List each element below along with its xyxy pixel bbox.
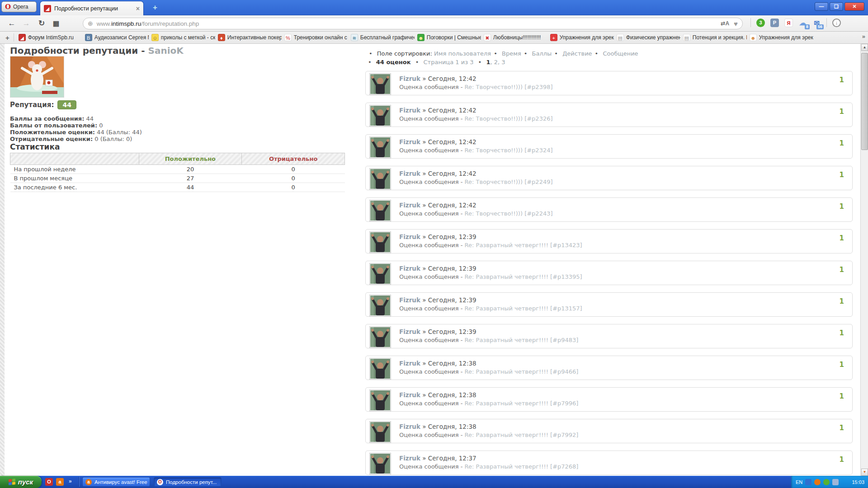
extension-green-icon[interactable]: 3	[756, 19, 765, 27]
window-minimize-button[interactable]: —	[815, 2, 828, 11]
entry-post-ref-link[interactable]: [#p9483]	[550, 337, 578, 343]
user-avatar-image[interactable]	[369, 168, 391, 190]
entry-topic-link[interactable]: Re: Развратный четверг!!!!	[465, 432, 550, 438]
entry-username-link[interactable]: Fizruk	[399, 455, 420, 462]
entry-topic-link[interactable]: Re: Развратный четверг!!!!	[465, 463, 550, 470]
entry-post-ref-link[interactable]: [#p13423]	[550, 242, 582, 249]
bookmark-item[interactable]: ▤ Физические упражнен	[617, 34, 680, 41]
entry-username-link[interactable]: Fizruk	[399, 296, 420, 304]
user-avatar-image[interactable]	[369, 453, 391, 474]
user-avatar-image[interactable]	[369, 326, 391, 348]
bookmark-item[interactable]: ☻ Поговорки | Смешные	[417, 34, 481, 41]
entry-topic-link[interactable]: Re: Творчество!!)))	[465, 210, 525, 217]
extension-p-icon[interactable]: Р	[770, 19, 779, 27]
taskbar-button-opera[interactable]: O Подробности репут...	[154, 477, 222, 487]
entry-username-link[interactable]: Fizruk	[399, 75, 420, 82]
entry-username-link[interactable]: Fizruk	[399, 107, 420, 114]
entry-topic-link[interactable]: Re: Развратный четверг!!!!	[465, 273, 550, 280]
user-avatar-image[interactable]	[369, 200, 391, 221]
entry-post-ref-link[interactable]: [#p2326]	[524, 115, 552, 122]
sort-option-points[interactable]: Баллы	[532, 50, 552, 57]
bookmark-item[interactable]: % Тренировки онлайн с с	[284, 34, 348, 41]
user-avatar-image[interactable]	[369, 389, 391, 411]
sort-option-action[interactable]: Действие	[562, 50, 592, 57]
entry-username-link[interactable]: Fizruk	[399, 170, 420, 177]
opera-menu-button[interactable]: O Opera	[1, 1, 37, 12]
quick-launch-icon[interactable]: a	[56, 478, 64, 486]
window-close-button[interactable]: ✕	[844, 2, 864, 11]
user-avatar-image[interactable]	[369, 295, 391, 316]
tab-close-icon[interactable]: ×	[136, 5, 140, 12]
keyboard-tray-icon[interactable]	[805, 479, 811, 485]
quick-launch-icon[interactable]: O	[45, 478, 53, 486]
back-icon[interactable]: ←	[6, 18, 17, 29]
entry-post-ref-link[interactable]: [#p9466]	[550, 368, 578, 375]
window-restore-button[interactable]: ❑	[830, 2, 843, 11]
entry-post-ref-link[interactable]: [#p2249]	[524, 178, 552, 185]
bookmark-item[interactable]: ☺ приколы с меткой - ск	[151, 34, 215, 41]
text-zoom-icon[interactable]: ⇄A	[721, 20, 729, 27]
mail-icon[interactable]: ✉56	[812, 19, 821, 27]
entry-username-link[interactable]: Fizruk	[399, 233, 420, 240]
entry-post-ref-link[interactable]: [#p7268]	[550, 463, 578, 470]
scroll-up-button[interactable]: ▲	[861, 44, 868, 51]
scrollbar-thumb[interactable]	[861, 53, 868, 150]
scroll-down-button[interactable]: ▼	[861, 469, 868, 476]
agent-tray-icon[interactable]	[823, 479, 830, 485]
entry-topic-link[interactable]: Re: Творчество!!)))	[465, 178, 525, 185]
entry-topic-link[interactable]: Re: Творчество!!)))	[465, 147, 525, 154]
user-avatar-image[interactable]	[369, 105, 391, 127]
cloud-icon[interactable]: ☁8	[798, 19, 807, 27]
bookmark-item[interactable]: + Упражнения для эрек	[550, 34, 614, 41]
entry-username-link[interactable]: Fizruk	[399, 202, 420, 209]
reload-icon[interactable]: ↻	[36, 18, 47, 29]
taskbar-button-avast[interactable]: a Антивирус avast! Free	[82, 477, 150, 487]
bookmark-item[interactable]: ◢ Форум IntimSpb.ru	[19, 34, 82, 41]
entry-topic-link[interactable]: Re: Развратный четверг!!!!	[465, 337, 550, 343]
entry-username-link[interactable]: Fizruk	[399, 391, 420, 399]
sort-option-time[interactable]: Время	[502, 50, 521, 57]
bookmarks-overflow-chevron[interactable]: »	[862, 33, 865, 40]
page-scrollbar[interactable]: ▲ ▼	[860, 44, 868, 476]
entry-topic-link[interactable]: Re: Развратный четверг!!!!	[465, 368, 550, 375]
bookmark-item[interactable]: В Аудиозаписи Сергея М	[85, 34, 149, 41]
forward-icon[interactable]: →	[21, 18, 32, 29]
bookmark-item[interactable]: ≋ Бесплатный графичес	[351, 34, 415, 41]
entry-post-ref-link[interactable]: [#p13157]	[550, 305, 582, 312]
bookmark-item[interactable]: ▤ Потенция и эрекция. П	[683, 34, 747, 41]
bookmark-item[interactable]: ☻ Упражнения для эрек	[750, 34, 813, 41]
page-number-links[interactable]: , 2, 3	[490, 59, 505, 66]
tab-reputation[interactable]: ◢ Подробности репутации ×	[40, 1, 144, 15]
start-button[interactable]: пуск	[0, 476, 42, 488]
user-avatar-image[interactable]	[369, 231, 391, 253]
entry-post-ref-link[interactable]: [#p2324]	[524, 147, 552, 154]
entry-post-ref-link[interactable]: [#p7992]	[550, 432, 578, 438]
entry-topic-link[interactable]: Re: Творчество!!)))	[465, 84, 525, 90]
entry-post-ref-link[interactable]: [#p7996]	[550, 400, 578, 407]
entry-topic-link[interactable]: Re: Творчество!!)))	[465, 115, 525, 122]
bookmark-item[interactable]: ✖ Любовницы!!!!!!!!!!!!	[484, 34, 547, 41]
entry-username-link[interactable]: Fizruk	[399, 138, 420, 145]
entry-topic-link[interactable]: Re: Развратный четверг!!!!	[465, 305, 550, 312]
bookmark-heart-icon[interactable]: ♥	[734, 20, 738, 28]
language-indicator[interactable]: EN	[796, 479, 802, 485]
yandex-icon[interactable]: Я	[784, 19, 793, 27]
entry-username-link[interactable]: Fizruk	[399, 328, 420, 335]
entry-username-link[interactable]: Fizruk	[399, 265, 420, 272]
entry-post-ref-link[interactable]: [#p2243]	[524, 210, 552, 217]
avast-tray-icon[interactable]	[814, 479, 821, 485]
volume-tray-icon[interactable]	[832, 479, 839, 485]
add-bookmark-icon[interactable]: +	[5, 34, 9, 42]
entry-username-link[interactable]: Fizruk	[399, 423, 420, 430]
user-avatar-image[interactable]	[369, 136, 391, 158]
downloads-icon[interactable]: ↓	[832, 19, 841, 27]
url-text[interactable]: www.intimspb.ru/forum/reputation.php	[97, 20, 199, 27]
entry-post-ref-link[interactable]: [#p2398]	[524, 84, 552, 90]
entry-topic-link[interactable]: Re: Развратный четверг!!!!	[465, 242, 550, 249]
entry-username-link[interactable]: Fizruk	[399, 360, 420, 367]
user-avatar-image[interactable]	[369, 421, 391, 443]
new-tab-button[interactable]: +	[149, 3, 161, 12]
bookmark-item[interactable]: ♦ Интерактивные покер	[218, 34, 282, 41]
speed-dial-icon[interactable]: ▦	[51, 18, 61, 29]
sort-option-username[interactable]: Имя пользователя	[434, 50, 491, 57]
